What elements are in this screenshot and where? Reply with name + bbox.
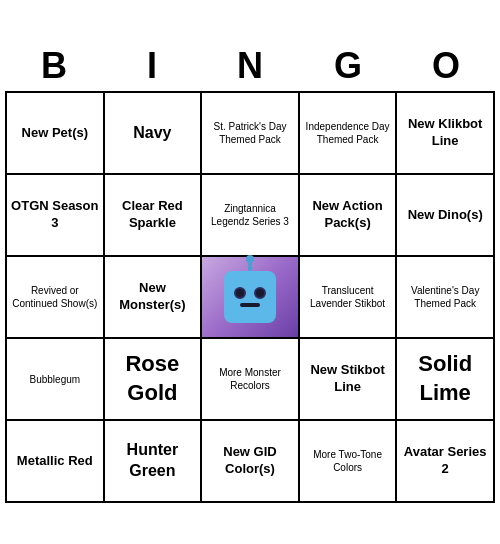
cell-text-6: Clear Red Sparkle bbox=[109, 198, 197, 232]
cell-text-0: New Pet(s) bbox=[22, 125, 88, 142]
bingo-cell-7: Zingtannica Legendz Series 3 bbox=[202, 175, 300, 257]
robot-eye-right bbox=[254, 287, 266, 299]
bingo-cell-24: Avatar Series 2 bbox=[397, 421, 495, 503]
bingo-cell-14: Valentine's Day Themed Pack bbox=[397, 257, 495, 339]
bingo-board: B I N G O New Pet(s)NavySt. Patrick's Da… bbox=[5, 41, 495, 503]
bingo-header: B I N G O bbox=[5, 41, 495, 91]
cell-text-3: Independence Day Themed Pack bbox=[304, 120, 392, 146]
cell-text-24: Avatar Series 2 bbox=[401, 444, 489, 478]
robot-eyes bbox=[234, 287, 266, 299]
cell-text-2: St. Patrick's Day Themed Pack bbox=[206, 120, 294, 146]
bingo-cell-23: More Two-Tone Colors bbox=[300, 421, 398, 503]
cell-text-10: Revived or Continued Show(s) bbox=[11, 284, 99, 310]
bingo-cell-3: Independence Day Themed Pack bbox=[300, 93, 398, 175]
bingo-cell-15: Bubblegum bbox=[7, 339, 105, 421]
bingo-cell-4: New Klikbot Line bbox=[397, 93, 495, 175]
bingo-cell-16: Rose Gold bbox=[105, 339, 203, 421]
cell-text-19: Solid Lime bbox=[401, 350, 489, 407]
bingo-cell-13: Translucent Lavender Stikbot bbox=[300, 257, 398, 339]
cell-text-14: Valentine's Day Themed Pack bbox=[401, 284, 489, 310]
bingo-cell-1: Navy bbox=[105, 93, 203, 175]
cell-text-1: Navy bbox=[133, 123, 171, 144]
bingo-cell-21: Hunter Green bbox=[105, 421, 203, 503]
cell-text-8: New Action Pack(s) bbox=[304, 198, 392, 232]
bingo-cell-8: New Action Pack(s) bbox=[300, 175, 398, 257]
bingo-cell-17: More Monster Recolors bbox=[202, 339, 300, 421]
bingo-cell-12 bbox=[202, 257, 300, 339]
cell-text-18: New Stikbot Line bbox=[304, 362, 392, 396]
cell-text-16: Rose Gold bbox=[109, 350, 197, 407]
bingo-cell-19: Solid Lime bbox=[397, 339, 495, 421]
cell-text-21: Hunter Green bbox=[109, 440, 197, 482]
bingo-cell-9: New Dino(s) bbox=[397, 175, 495, 257]
bingo-cell-10: Revived or Continued Show(s) bbox=[7, 257, 105, 339]
bingo-cell-2: St. Patrick's Day Themed Pack bbox=[202, 93, 300, 175]
header-b: B bbox=[5, 41, 103, 91]
cell-text-9: New Dino(s) bbox=[408, 207, 483, 224]
cell-text-7: Zingtannica Legendz Series 3 bbox=[206, 202, 294, 228]
bingo-cell-22: New GID Color(s) bbox=[202, 421, 300, 503]
bingo-cell-0: New Pet(s) bbox=[7, 93, 105, 175]
cell-text-15: Bubblegum bbox=[30, 373, 81, 386]
cell-text-4: New Klikbot Line bbox=[401, 116, 489, 150]
cell-text-11: New Monster(s) bbox=[109, 280, 197, 314]
robot-eye-left bbox=[234, 287, 246, 299]
robot-mouth bbox=[240, 303, 260, 307]
bingo-grid: New Pet(s)NavySt. Patrick's Day Themed P… bbox=[5, 91, 495, 503]
bingo-cell-20: Metallic Red bbox=[7, 421, 105, 503]
header-i: I bbox=[103, 41, 201, 91]
bingo-cell-5: OTGN Season 3 bbox=[7, 175, 105, 257]
robot-face bbox=[228, 277, 272, 317]
cell-text-17: More Monster Recolors bbox=[206, 366, 294, 392]
header-o: O bbox=[397, 41, 495, 91]
free-space-robot bbox=[224, 271, 276, 323]
cell-text-22: New GID Color(s) bbox=[206, 444, 294, 478]
bingo-cell-18: New Stikbot Line bbox=[300, 339, 398, 421]
bingo-cell-11: New Monster(s) bbox=[105, 257, 203, 339]
cell-text-13: Translucent Lavender Stikbot bbox=[304, 284, 392, 310]
header-n: N bbox=[201, 41, 299, 91]
bingo-cell-6: Clear Red Sparkle bbox=[105, 175, 203, 257]
cell-text-5: OTGN Season 3 bbox=[11, 198, 99, 232]
header-g: G bbox=[299, 41, 397, 91]
cell-text-20: Metallic Red bbox=[17, 453, 93, 470]
robot-antenna bbox=[248, 263, 252, 271]
cell-text-23: More Two-Tone Colors bbox=[304, 448, 392, 474]
